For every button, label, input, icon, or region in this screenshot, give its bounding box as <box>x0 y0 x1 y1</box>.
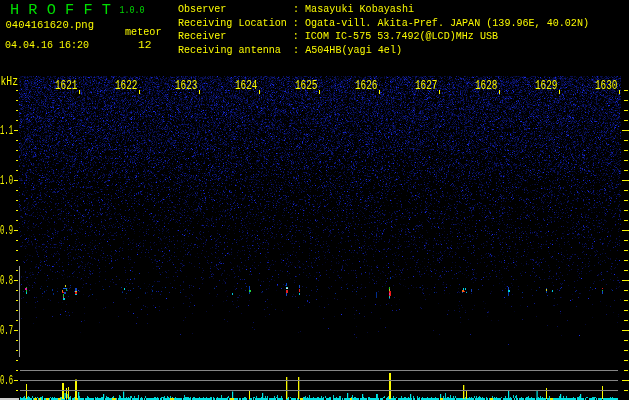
svg-text:Receiving antenna : A504HB(ya: Receiving antenna : A504HB(yagi 4el) <box>178 44 402 56</box>
svg-text:0.6: 0.6 <box>0 374 13 388</box>
svg-text:1621: 1621 <box>55 79 78 93</box>
svg-text:Receiver : ICOM IC-5: Receiver : ICOM IC-575 53.7492(@LCD)MHz … <box>178 30 498 42</box>
svg-text:04.04.16 16:20: 04.04.16 16:20 <box>5 39 89 51</box>
svg-text:0404161620.png: 0404161620.png <box>6 19 95 31</box>
svg-text:1627: 1627 <box>415 79 438 93</box>
svg-text:meteor: meteor <box>125 26 162 38</box>
svg-text:kHz: kHz <box>1 75 19 89</box>
svg-text:H R O F F T: H R O F F T <box>10 2 111 18</box>
svg-text:1629: 1629 <box>535 79 558 93</box>
svg-text:1.0: 1.0 <box>0 174 13 188</box>
svg-text:1630: 1630 <box>595 79 618 93</box>
svg-text:1624: 1624 <box>235 79 258 93</box>
svg-text:12: 12 <box>138 39 152 51</box>
svg-text:1.1: 1.1 <box>0 124 13 138</box>
svg-text:1625: 1625 <box>295 79 318 93</box>
svg-text:0.7: 0.7 <box>0 324 13 338</box>
svg-text:0.8: 0.8 <box>0 274 13 288</box>
svg-text:1628: 1628 <box>475 79 498 93</box>
svg-text:1.0.0: 1.0.0 <box>120 5 145 16</box>
svg-text:Receiving Location : Ogata-vil: Receiving Location : Ogata-vill. Akita-P… <box>178 17 589 29</box>
svg-text:1626: 1626 <box>355 79 378 93</box>
svg-text:1622: 1622 <box>115 79 138 93</box>
svg-text:Observer : Masayuki: Observer : Masayuki Kobayashi <box>178 3 414 15</box>
svg-text:0.9: 0.9 <box>0 224 13 238</box>
svg-text:1623: 1623 <box>175 79 198 93</box>
